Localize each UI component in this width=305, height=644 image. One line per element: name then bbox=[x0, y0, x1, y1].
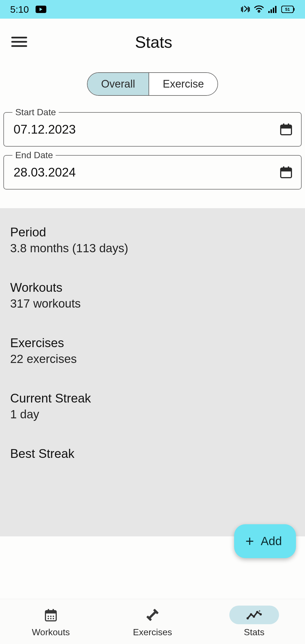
svg-point-28 bbox=[247, 617, 249, 619]
start-date-value: 07.12.2023 bbox=[14, 122, 76, 136]
svg-rect-5 bbox=[293, 8, 295, 11]
stat-title: Exercises bbox=[10, 336, 295, 350]
svg-point-31 bbox=[256, 611, 258, 613]
wifi-icon bbox=[254, 5, 264, 13]
tab-overall[interactable]: Overall bbox=[88, 73, 149, 95]
stat-value: 3.8 months (113 days) bbox=[10, 242, 295, 255]
status-bar: 5:10 51 bbox=[0, 0, 305, 19]
nav-workouts[interactable]: Workouts bbox=[0, 599, 102, 644]
stat-card-best-streak: Best Streak bbox=[4, 438, 301, 473]
nav-label: Workouts bbox=[32, 627, 70, 638]
bottom-nav: Workouts Exercises Stats bbox=[0, 599, 305, 644]
svg-text:51: 51 bbox=[285, 7, 290, 12]
calendar-dots-icon bbox=[44, 608, 58, 622]
stat-value: 317 workouts bbox=[10, 297, 295, 310]
stat-card-workouts: Workouts 317 workouts bbox=[4, 272, 301, 320]
battery-icon: 51 bbox=[281, 6, 295, 13]
stat-title: Period bbox=[10, 225, 295, 239]
svg-rect-0 bbox=[268, 11, 270, 13]
svg-point-30 bbox=[253, 615, 255, 618]
stat-card-period: Period 3.8 months (113 days) bbox=[4, 217, 301, 265]
nav-label: Stats bbox=[244, 627, 265, 638]
svg-rect-9 bbox=[283, 123, 284, 126]
add-button-label: Add bbox=[261, 534, 282, 548]
end-date-field[interactable]: End Date 28.03.2024 bbox=[3, 155, 302, 190]
svg-rect-17 bbox=[48, 609, 49, 612]
youtube-icon bbox=[36, 6, 46, 13]
app-header: Stats bbox=[0, 19, 305, 65]
stat-title: Best Streak bbox=[10, 447, 295, 461]
end-date-value: 28.03.2024 bbox=[14, 165, 76, 179]
svg-rect-12 bbox=[281, 168, 291, 171]
calendar-icon bbox=[280, 123, 293, 136]
signal-icon bbox=[268, 5, 277, 13]
svg-rect-8 bbox=[281, 125, 291, 129]
svg-rect-2 bbox=[273, 8, 274, 13]
stat-value: 22 exercises bbox=[10, 352, 295, 366]
stat-value: 1 day bbox=[10, 408, 295, 421]
nav-exercises[interactable]: Exercises bbox=[102, 599, 203, 644]
svg-rect-1 bbox=[271, 9, 272, 13]
svg-point-24 bbox=[53, 618, 54, 619]
svg-point-21 bbox=[53, 616, 54, 617]
tab-exercise[interactable]: Exercise bbox=[149, 73, 217, 95]
svg-rect-16 bbox=[45, 611, 56, 613]
hamburger-icon bbox=[11, 37, 27, 38]
stat-title: Current Streak bbox=[10, 391, 295, 405]
dumbbell-icon bbox=[145, 607, 160, 623]
menu-button[interactable] bbox=[11, 34, 27, 50]
stat-title: Workouts bbox=[10, 280, 295, 295]
stats-list[interactable]: Period 3.8 months (113 days) Workouts 31… bbox=[0, 208, 305, 536]
page-title: Stats bbox=[2, 32, 305, 51]
svg-point-23 bbox=[50, 618, 52, 619]
status-left: 5:10 bbox=[10, 4, 46, 15]
nav-stats[interactable]: Stats bbox=[203, 599, 305, 644]
svg-point-19 bbox=[48, 616, 49, 617]
end-date-label: End Date bbox=[12, 150, 56, 160]
nav-label: Exercises bbox=[133, 627, 172, 638]
svg-point-29 bbox=[250, 613, 252, 615]
date-fields: Start Date 07.12.2023 End Date 28.03.202… bbox=[0, 96, 305, 190]
chart-sparkle-icon bbox=[246, 609, 262, 621]
svg-rect-14 bbox=[288, 166, 289, 169]
svg-rect-10 bbox=[288, 123, 289, 126]
svg-point-20 bbox=[50, 616, 52, 617]
svg-rect-13 bbox=[283, 166, 284, 169]
vibrate-icon bbox=[241, 5, 250, 14]
segmented-control: Overall Exercise bbox=[0, 72, 305, 96]
start-date-field[interactable]: Start Date 07.12.2023 bbox=[3, 112, 302, 147]
svg-point-32 bbox=[260, 613, 262, 615]
start-date-label: Start Date bbox=[12, 107, 59, 118]
add-button[interactable]: + Add bbox=[234, 524, 296, 558]
svg-rect-3 bbox=[275, 6, 276, 13]
status-right: 51 bbox=[241, 5, 295, 14]
stat-card-current-streak: Current Streak 1 day bbox=[4, 383, 301, 431]
plus-icon: + bbox=[245, 534, 254, 549]
stat-card-exercises: Exercises 22 exercises bbox=[4, 327, 301, 375]
status-time: 5:10 bbox=[10, 4, 29, 15]
calendar-icon bbox=[280, 166, 293, 179]
svg-point-22 bbox=[48, 618, 49, 619]
svg-rect-18 bbox=[53, 609, 54, 612]
